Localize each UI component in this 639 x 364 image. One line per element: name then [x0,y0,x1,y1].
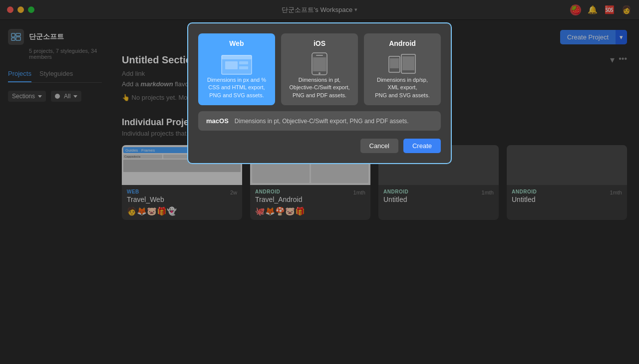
svg-rect-16 [402,56,414,70]
modal-overlay: Web Dimensions in px and %CSS and HTML e… [0,0,639,364]
android-platform-icon [385,51,420,76]
create-project-modal: Web Dimensions in px and %CSS and HTML e… [187,22,452,164]
svg-rect-7 [239,61,248,64]
macos-label: macOS [206,117,229,125]
platform-ios[interactable]: iOS Dimensions in pt,Objective-C/Swift e… [281,33,358,105]
svg-rect-15 [390,58,399,68]
web-platform-icon [219,51,254,76]
svg-rect-8 [239,66,248,69]
create-button[interactable]: Create [403,139,441,153]
platform-macos[interactable]: macOS Dimensions in pt, Objective-C/Swif… [198,111,441,131]
macos-desc: Dimensions in pt, Objective-C/Swift expo… [235,118,409,125]
svg-rect-6 [225,61,238,69]
platform-android-title: Android [389,39,416,47]
ios-platform-icon [302,51,337,76]
platform-ios-desc: Dimensions in pt,Objective-C/Swift expor… [289,76,349,99]
platform-web[interactable]: Web Dimensions in px and %CSS and HTML e… [198,33,275,105]
platform-web-title: Web [229,39,244,47]
svg-rect-5 [222,55,252,59]
platform-android-desc: Dimensions in dp/sp,XML export,PNG and S… [375,76,429,99]
platform-web-desc: Dimensions in px and %CSS and HTML expor… [207,76,266,99]
svg-rect-11 [313,57,326,71]
platform-android[interactable]: Android Dimensions in dp/sp,XML export,P… [364,33,441,105]
svg-rect-10 [316,55,323,56]
svg-point-12 [319,72,320,74]
cancel-button[interactable]: Cancel [360,139,398,153]
platform-options: Web Dimensions in px and %CSS and HTML e… [198,33,441,105]
platform-ios-title: iOS [314,39,325,47]
modal-actions: Cancel Create [198,139,441,153]
